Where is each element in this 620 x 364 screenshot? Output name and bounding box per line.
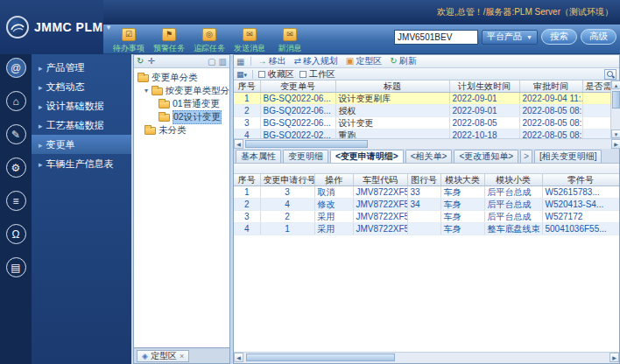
detail-tab[interactable]: <更改通知单>	[454, 150, 518, 163]
search-category-dropdown[interactable]: 平台产品 ▼	[482, 30, 538, 45]
operation-link[interactable]: 取消	[314, 186, 353, 199]
folder-open-icon	[151, 88, 163, 95]
send-message-icon: ✉	[243, 28, 257, 41]
folder-icon	[159, 114, 170, 122]
change-order-row[interactable]: 2 BG-SQ2022-06... 授权 2022-09-01 2022-08-…	[234, 105, 610, 117]
alert-tasks-icon: ⚑	[162, 28, 176, 41]
sidebar-item[interactable]: ▸变更单	[32, 135, 131, 154]
change-order-row[interactable]: 4 BG-SQ2022-02... 重跑 2022-10-18 2022-08-…	[234, 130, 610, 139]
list-view-icon[interactable]: ▦	[236, 57, 244, 66]
quick-tool-button[interactable]: ◎ 追踪任务	[189, 27, 229, 54]
grid-view-icon[interactable]: ▦▾	[236, 70, 247, 79]
detail-tab[interactable]: 变更明细	[283, 150, 328, 163]
sidebar-item[interactable]: ▸工艺基础数据	[32, 116, 131, 135]
tree-locate-icon[interactable]: ✛	[147, 57, 154, 66]
scroll-right-arrow[interactable]: ▶	[609, 353, 619, 362]
column-header[interactable]: 审批时间	[519, 80, 582, 93]
settings-icon[interactable]: ⚙	[6, 158, 26, 178]
support-icon[interactable]: Ω	[6, 224, 26, 244]
scroll-down-arrow[interactable]: ▼	[611, 130, 620, 138]
toolbar-button[interactable]: ⇄ 移入规划	[293, 55, 337, 67]
table1-vertical-scrollbar[interactable]: ▲ ▼	[610, 80, 620, 138]
operation-link[interactable]: 采用	[314, 223, 353, 235]
column-header[interactable]: 操作	[314, 174, 353, 186]
sidebar-item[interactable]: ▸车辆生产信息表	[32, 154, 131, 173]
change-request-row[interactable]: 4 1 采用 JMV8722XF5 车身 整车底盘线束 50041036F55.…	[234, 223, 619, 235]
detail-tab[interactable]: >	[520, 150, 532, 163]
tree-panel: ↻ ✛ ▢ ▥ 变更单分类 ▾ 按变更单类型分 01普通变更	[133, 54, 230, 348]
search-button[interactable]: 搜索	[541, 29, 577, 45]
toolbar-button-icon: ⇄	[293, 57, 300, 66]
sidebar-item[interactable]: ▸文档动态	[32, 77, 131, 96]
finalized-zone-tab[interactable]: ◈ 定型区 ×	[137, 350, 189, 362]
column-header[interactable]: 模块小类	[484, 174, 542, 186]
detail-tab[interactable]: <相关单>	[405, 150, 453, 163]
toolbar-button[interactable]: → 移出	[257, 55, 285, 67]
toolbar-button[interactable]: ▣ 定型区	[346, 55, 382, 67]
detail-tab[interactable]: <变更申请明细>	[330, 150, 404, 163]
column-header[interactable]: 车型代码	[353, 174, 407, 186]
column-header[interactable]: 模块大类	[440, 174, 484, 186]
arrow-right-icon: ▸	[39, 122, 43, 130]
table1-horizontal-scrollbar[interactable]: ◀ ▶	[234, 138, 620, 149]
column-header[interactable]: 零件号	[542, 174, 619, 186]
scroll-up-arrow[interactable]: ▲	[611, 80, 620, 89]
toolbar-button-label: 定型区	[356, 55, 382, 67]
main-horizontal-scrollbar[interactable]: ◀ ▶	[234, 352, 619, 363]
column-header[interactable]: 序号	[234, 80, 260, 93]
scroll-thumb[interactable]	[612, 91, 620, 108]
work-zone-checkbox[interactable]: 工作区	[299, 68, 335, 80]
home-icon[interactable]: ⌂	[6, 91, 26, 111]
change-order-row[interactable]: 1 BG-SQ2022-06... 设计变更刷库 2022-09-01 2022…	[234, 93, 610, 105]
tree-node-design-change[interactable]: 02设计变更	[134, 110, 229, 123]
operation-link[interactable]: 修改	[314, 199, 353, 211]
operation-link[interactable]: 采用	[314, 211, 353, 223]
toolbar-button[interactable]: ↻ 刷新	[390, 55, 416, 67]
brand-dropdown-caret-icon[interactable]: ▾	[107, 23, 111, 32]
tree-node-type-group[interactable]: ▾ 按变更单类型分	[134, 84, 229, 97]
table-search-button[interactable]	[604, 69, 616, 80]
tree-node-normal-change[interactable]: 01普通变更	[134, 97, 229, 110]
tree-root-node[interactable]: 变更单分类	[134, 71, 229, 84]
workspace-icon[interactable]: @	[6, 58, 26, 78]
brand-block[interactable]: JMMC PLM ▾	[0, 0, 103, 54]
quick-tool-button[interactable]: ✉ 新消息	[270, 27, 310, 54]
column-header[interactable]: 变更申请行号	[260, 174, 314, 186]
column-header[interactable]: 图行号	[407, 174, 440, 186]
edit-icon[interactable]: ✎	[6, 124, 26, 144]
global-search-input[interactable]	[394, 30, 478, 45]
close-icon[interactable]: ×	[180, 352, 184, 360]
sidebar-item[interactable]: ▸产品管理	[32, 58, 131, 77]
column-header[interactable]: 变更单号	[260, 80, 335, 93]
change-order-row[interactable]: 3 BG-SQ2022-06... 设计变更 2022-08-05 2022-0…	[234, 117, 610, 130]
scroll-right-arrow[interactable]: ▶	[611, 139, 620, 149]
sidebar-item[interactable]: ▸设计基础数据	[32, 96, 131, 116]
column-header[interactable]: 计划生效时间	[449, 80, 519, 93]
change-request-row[interactable]: 3 2 采用 JMV8722XF5 车身 后平台总成 W527172	[234, 211, 619, 223]
tree-node-unclassified[interactable]: 未分类	[134, 123, 229, 136]
change-request-row[interactable]: 2 4 修改 JMV8722XF5 34 车身 后平台总成 W520413-S4…	[234, 199, 619, 211]
tree-refresh-icon[interactable]: ↻	[137, 57, 144, 66]
database-icon[interactable]: ≡	[6, 191, 26, 211]
scroll-thumb[interactable]	[246, 354, 395, 361]
scroll-left-arrow[interactable]: ◀	[234, 353, 243, 362]
detail-tab[interactable]: [相关变更明细]	[534, 150, 602, 163]
favorites-zone-checkbox[interactable]: 收藏区	[258, 68, 294, 80]
quick-tool-button[interactable]: ☑ 待办事项	[109, 27, 149, 54]
tree-collapse-all-icon[interactable]: ▥	[219, 57, 227, 66]
scroll-thumb[interactable]	[245, 140, 368, 148]
library-icon[interactable]: ▤	[6, 257, 26, 277]
tree-twisty-icon[interactable]: ▾	[144, 87, 149, 94]
tree-expand-all-icon[interactable]: ▢	[208, 57, 215, 66]
quick-tool-button[interactable]: ⚑ 预警任务	[149, 27, 189, 54]
column-header[interactable]: 序号	[234, 174, 260, 186]
change-request-row[interactable]: 1 3 取消 JMV8722XF5 33 车身 后平台总成 W52615783.…	[234, 186, 619, 199]
change-request-table-area: 序号变更申请行号操作车型代码图行号模块大类模块小类零件号 1 3 取消 JMV8…	[234, 174, 619, 352]
column-header[interactable]: 标题	[335, 80, 449, 93]
scroll-left-arrow[interactable]: ◀	[234, 139, 243, 149]
column-header[interactable]: 是否需求变更	[582, 80, 610, 93]
detail-tab[interactable]: 基本属性	[236, 150, 281, 163]
advanced-search-button[interactable]: 高级	[581, 29, 616, 45]
quick-tool-button[interactable]: ✉ 发送消息	[229, 27, 270, 54]
arrow-right-icon: ▸	[39, 83, 43, 92]
